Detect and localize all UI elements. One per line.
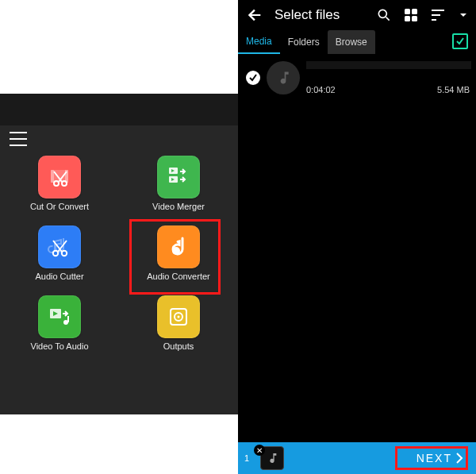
music-note-icon [267,61,300,94]
left-titlebar [0,94,238,125]
svg-rect-19 [405,9,410,14]
tool-audio-cutter[interactable]: Audio Cutter [0,225,119,281]
outputs-icon [157,295,200,338]
tool-video-merger[interactable]: Video Merger [119,156,238,211]
search-button[interactable] [374,7,393,23]
video-merger-icon [157,156,200,198]
audio-converter-icon [157,225,200,268]
page-title: Select files [274,7,374,23]
tool-video-to-audio[interactable]: Video To Audio [0,295,119,351]
tool-label: Video Merger [152,202,205,211]
back-button[interactable] [246,6,263,25]
tool-outputs[interactable]: Outputs [119,295,238,351]
tab-folders[interactable]: Folders [280,30,328,54]
file-meta: 0:04:02 5.54 MB [306,61,476,94]
selection-count: 1 [244,453,249,463]
svg-point-3 [54,181,59,186]
svg-rect-1 [51,170,54,183]
tab-browse[interactable]: Browse [328,30,375,54]
svg-point-18 [378,10,386,17]
tool-audio-converter[interactable]: Audio Converter [119,225,238,281]
file-duration: 0:04:02 [306,85,336,94]
sort-button[interactable] [428,8,447,22]
tab-media[interactable]: Media [238,30,280,54]
svg-rect-20 [412,9,417,14]
next-button[interactable]: NEXT [404,442,476,474]
file-picker-topbar: Select files [238,0,476,30]
video-to-audio-icon [38,295,81,338]
file-row[interactable]: 0:04:02 5.54 MB [238,54,476,102]
row-checkbox-icon[interactable] [246,71,260,85]
svg-point-10 [62,251,67,256]
menu-button[interactable] [10,132,27,146]
tool-label: Cut Or Convert [30,202,89,211]
tool-label: Audio Cutter [35,272,83,281]
next-label: NEXT [416,452,452,464]
tool-grid: Cut Or Convert Video Merger Audio Cutter… [0,156,238,351]
tool-cut-or-convert[interactable]: Cut Or Convert [0,156,119,211]
svg-rect-21 [405,16,410,21]
audio-cutter-icon [38,225,81,268]
svg-point-11 [172,247,180,255]
svg-point-4 [62,181,67,186]
tool-label: Audio Converter [147,272,210,281]
selection-footer: 1 ✕ NEXT [238,442,476,474]
overflow-button[interactable] [455,10,471,20]
filename-bar [306,61,471,69]
tool-label: Video To Audio [31,341,89,351]
tool-label: Outputs [163,341,194,351]
file-size: 5.54 MB [437,85,470,94]
video-cut-icon [38,156,81,198]
svg-point-17 [178,316,180,318]
tabs: Media Folders Browse [238,30,476,54]
svg-rect-22 [412,16,417,21]
view-grid-button[interactable] [401,8,420,22]
select-all-button[interactable] [452,33,468,49]
svg-point-9 [53,251,58,256]
